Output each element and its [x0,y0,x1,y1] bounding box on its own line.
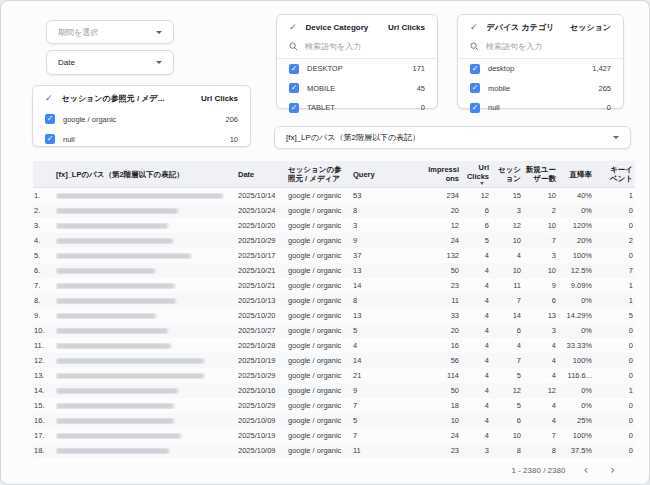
cell-query: 4 [353,341,393,350]
table-header-row: [fx]_LPのパス（第2階層以下の表記）Dateセッションの参 照元 / メデ… [33,161,635,188]
column-header-url_clicks[interactable]: Url Clicks [461,161,491,187]
filter-header[interactable]: ✓ デバイス カテゴリ セッション [458,17,623,38]
cell-date: 2025/10/21 [238,281,288,290]
lp-path-dropdown-label: [fx]_LPのパス（第2階層以下の表記） [286,132,607,143]
filter-search[interactable]: 検索語句を入力 [277,38,437,55]
cell-source: google / organic [288,221,353,230]
column-header-lp_path[interactable]: [fx]_LPのパス（第2階層以下の表記） [56,161,238,187]
column-header-sessions[interactable]: セッシ ョン [491,161,523,187]
table-row: 15.2025/10/29google / organic7184540%0 [33,398,635,413]
cell-url_clicks: 4 [461,251,491,260]
cell-lp-path-redacted [56,448,238,454]
cell-new_users: 10 [523,221,558,230]
date-range-control[interactable]: 期間を選択 [46,20,174,44]
filter-item[interactable]: ✓DESKTOP171 [277,59,437,79]
checkbox-checked-icon[interactable]: ✓ [470,64,480,74]
cell-lp-path-redacted [56,373,238,379]
date-range-placeholder: 期間を選択 [58,27,150,38]
checkbox-checked-icon[interactable]: ✓ [289,103,299,113]
cell-source: google / organic [288,281,353,290]
column-header-date[interactable]: Date [238,161,288,187]
column-header-label: Date [238,170,254,179]
filter-item-label: desktop [488,64,592,73]
cell-new_users: 2 [523,206,558,215]
cell-impressions: 24 [393,236,461,245]
column-header-query[interactable]: Query [353,161,393,187]
filter-item-label: MOBILE [307,84,417,93]
redacted-url-bar [56,418,174,424]
cell-key_events: 0 [594,251,635,260]
column-header-label: セッションの参 照元 / メディア [288,165,342,183]
table-row: 9.2025/10/20google / organic13334141314.… [33,308,635,323]
cell-url_clicks: 4 [461,401,491,410]
cell-key_events: 0 [594,356,635,365]
redacted-url-bar [56,223,168,229]
date-dropdown[interactable]: Date [46,50,174,75]
cell-key_events: 0 [594,401,635,410]
cell-impressions: 50 [393,266,461,275]
cell-lp-path-redacted [56,193,238,199]
checkbox-checked-icon[interactable]: ✓ [45,114,55,124]
cell-impressions: 50 [393,386,461,395]
cell-index: 5. [33,251,56,260]
cell-query: 3 [353,221,393,230]
column-header-new_users[interactable]: 新規ユー ザー数 [523,161,558,187]
cell-query: 13 [353,311,393,320]
checkbox-checked-icon[interactable]: ✓ [289,83,299,93]
cell-sessions: 8 [491,446,523,455]
column-header-label: 直帰率 [570,170,593,179]
column-header-index[interactable] [33,161,56,187]
filter-search[interactable]: 検索語句を入力 [458,38,623,55]
cell-index: 9. [33,311,56,320]
filter-item-value: 10 [230,135,238,144]
column-header-impressions[interactable]: Impressi ons [393,161,461,187]
filter-item[interactable]: ✓null0 [458,98,623,118]
lp-path-dropdown[interactable]: [fx]_LPのパス（第2階層以下の表記） [274,126,631,149]
filter-metric: Url Clicks [388,23,425,32]
cell-index: 6. [33,266,56,275]
cell-impressions: 20 [393,206,461,215]
filter-header[interactable]: ✓ セッションの参照元 / メデ... Url Clicks [33,88,250,109]
pagination-next-icon[interactable]: › [610,464,615,476]
cell-impressions: 11 [393,296,461,305]
cell-bounce_rate: 0% [558,386,594,395]
cell-index: 7. [33,281,56,290]
checkbox-checked-icon[interactable]: ✓ [470,83,480,93]
filter-item[interactable]: ✓mobile265 [458,79,623,99]
filter-item-value: 45 [417,84,425,93]
cell-bounce_rate: 100% [558,431,594,440]
checkbox-checked-icon[interactable]: ✓ [289,64,299,74]
table-row: 5.2025/10/17google / organic37132443100%… [33,248,635,263]
cell-new_users: 13 [523,311,558,320]
pagination-prev-icon[interactable]: ‹ [583,464,588,476]
redacted-url-bar [56,373,204,379]
filter-item[interactable]: ✓null10 [33,129,250,149]
table-row: 2.2025/10/24google / organic8206320%0 [33,203,635,218]
column-header-source[interactable]: セッションの参 照元 / メディア [288,161,353,187]
cell-date: 2025/10/13 [238,296,288,305]
filter-item[interactable]: ✓desktop1,427 [458,59,623,79]
cell-bounce_rate: 116.6... [558,371,594,380]
cell-index: 14. [33,386,56,395]
cell-url_clicks: 12 [461,191,491,200]
checkbox-checked-icon[interactable]: ✓ [470,103,480,113]
cell-impressions: 16 [393,341,461,350]
redacted-url-bar [56,238,173,244]
cell-sessions: 10 [491,266,523,275]
cell-url_clicks: 3 [461,446,491,455]
checkbox-checked-icon[interactable]: ✓ [45,134,55,144]
filter-item[interactable]: ✓MOBILE45 [277,79,437,99]
cell-source: google / organic [288,236,353,245]
cell-sessions: 4 [491,251,523,260]
column-header-bounce_rate[interactable]: 直帰率 [558,161,594,187]
filter-item[interactable]: ✓google / organic206 [33,109,250,129]
column-header-key_events[interactable]: キーイ ベント [594,161,635,187]
filter-header[interactable]: ✓ Device Category Url Clicks [277,17,437,38]
cell-query: 5 [353,416,393,425]
cell-new_users: 4 [523,416,558,425]
cell-lp-path-redacted [56,358,238,364]
cell-url_clicks: 4 [461,296,491,305]
cell-sessions: 5 [491,401,523,410]
filter-item[interactable]: ✓TABLET0 [277,98,437,118]
table-row: 16.2025/10/09google / organic51046425%0 [33,413,635,428]
